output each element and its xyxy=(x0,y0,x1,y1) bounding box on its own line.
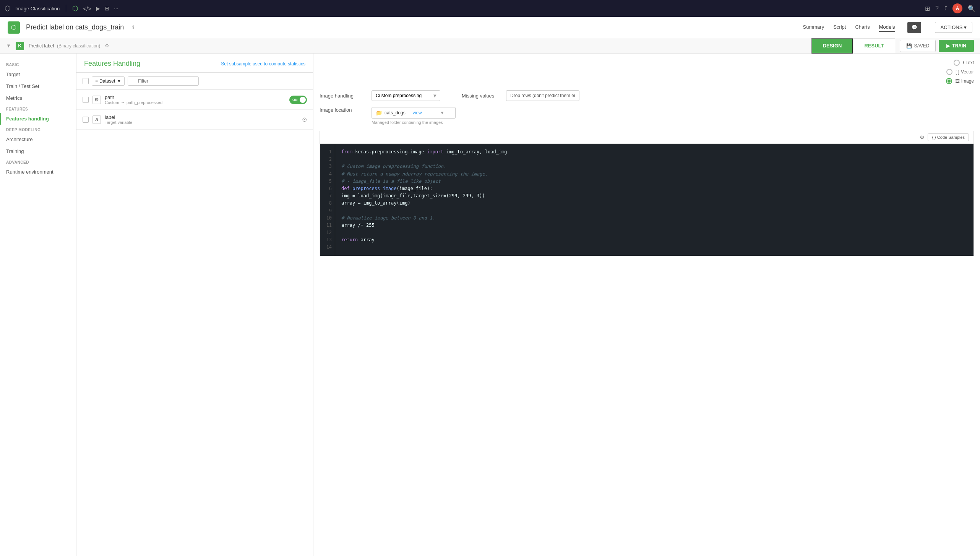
project-bar: ⬡ Predict label on cats_dogs_train ℹ Sum… xyxy=(0,17,980,38)
nav-icon-layout[interactable]: ⊞ xyxy=(105,5,109,11)
path-type-icon: 🖼 xyxy=(92,96,101,104)
ln-7: 7 xyxy=(325,192,332,200)
path-toggle[interactable]: ON xyxy=(289,96,307,104)
path-feature-name: path xyxy=(105,94,162,100)
nav-summary[interactable]: Summary xyxy=(803,23,824,32)
sidebar-item-label: Training xyxy=(6,148,24,154)
code-line-7: img = load_img(image_file,target_size=(2… xyxy=(341,192,967,200)
radio-vector[interactable]: [ ] Vector xyxy=(946,69,974,75)
code-line-6: def preprocess_image(image_file): xyxy=(341,185,967,192)
section-title-features: FEATURES xyxy=(0,104,76,113)
toggle-on-label: ON xyxy=(292,98,298,102)
nav-models[interactable]: Models xyxy=(879,23,895,32)
radio-vector-label: [ ] Vector xyxy=(956,69,974,75)
ln-5: 5 xyxy=(325,178,332,185)
saved-button[interactable]: 💾 SAVED xyxy=(900,40,936,52)
sidebar-section-advanced: ADVANCED Runtime environment xyxy=(0,157,76,178)
image-handling-label: Image handling xyxy=(320,93,365,99)
avatar-icon[interactable]: A xyxy=(952,3,962,13)
ln-3: 3 xyxy=(325,163,332,170)
code-content[interactable]: from keras.preprocessing.image import im… xyxy=(335,144,974,256)
code-line-1: from keras.preprocessing.image import im… xyxy=(341,148,967,156)
features-panel: Features Handling Set subsample used to … xyxy=(76,54,980,556)
top-nav: ⬡ Image Classification ⬡ </> ▶ ⊞ ··· ⊞ ?… xyxy=(0,0,980,17)
code-line-13: return array xyxy=(341,236,967,244)
sidebar-item-features-handling[interactable]: Features handling xyxy=(0,113,76,125)
radio-group: I Text [ ] Vector 🖼 xyxy=(320,60,974,84)
sidebar-item-label: Target xyxy=(6,72,20,77)
folder-icon: 📁 xyxy=(376,110,382,116)
comment-button[interactable]: 💬 xyxy=(907,22,921,33)
ln-9: 9 xyxy=(325,207,332,215)
code-line-12 xyxy=(341,229,967,236)
comment-icon: 💬 xyxy=(911,24,917,30)
sidebar-item-training[interactable]: Training xyxy=(0,145,76,157)
sidebar-item-label: Features handling xyxy=(6,116,49,122)
radio-image-label: 🖼 Image xyxy=(955,78,974,84)
collapse-icon[interactable]: ▼ xyxy=(6,43,11,49)
sidebar-item-label: Runtime environment xyxy=(6,169,54,175)
image-type-icon: 🖼 xyxy=(955,78,960,84)
sidebar-item-metrics[interactable]: Metrics xyxy=(0,92,76,104)
trending-icon[interactable]: ⤴ xyxy=(944,5,947,12)
image-handling-row: Image handling Custom preprocessing Stan… xyxy=(320,90,974,101)
train-button[interactable]: ▶ TRAIN xyxy=(939,40,974,52)
code-samples-button[interactable]: { } Code Samples xyxy=(928,133,969,141)
design-tab[interactable]: DESIGN xyxy=(811,38,853,54)
breadcrumb-gear-icon[interactable]: ⚙ xyxy=(105,43,109,49)
dataset-icon: ≡ xyxy=(95,78,98,84)
filter-input[interactable] xyxy=(128,76,199,86)
dataset-dropdown-arrow: ▼ xyxy=(117,78,121,84)
nav-script[interactable]: Script xyxy=(833,23,846,32)
nav-charts[interactable]: Charts xyxy=(855,23,870,32)
select-all-checkbox[interactable] xyxy=(83,78,89,84)
sidebar-section-basic: BASIC Target Train / Test Set Metrics xyxy=(0,60,76,104)
actions-button[interactable]: ACTIONS ▾ xyxy=(935,22,972,33)
question-icon[interactable]: ? xyxy=(935,5,939,12)
sidebar-item-architecture[interactable]: Architecture xyxy=(0,133,76,145)
nav-icon-play[interactable]: ▶ xyxy=(96,5,100,11)
code-line-5: # - image_file is a file like object xyxy=(341,178,967,185)
folder-name: cats_dogs xyxy=(385,110,406,115)
location-value[interactable]: 📁 cats_dogs – view ▼ xyxy=(372,107,456,119)
feature-row-path: 🖼 path Custom → path_preprocessed ON xyxy=(76,90,313,110)
sidebar-item-train-test[interactable]: Train / Test Set xyxy=(0,80,76,92)
text-type-icon: I xyxy=(963,60,964,65)
subsample-link[interactable]: Set subsample used to compute statistics xyxy=(221,61,305,67)
toggle-knob xyxy=(300,97,306,103)
search-icon[interactable]: 🔍 xyxy=(968,5,975,12)
image-handling-select[interactable]: Custom preprocessing Standard preprocess… xyxy=(372,90,440,101)
radio-image[interactable]: 🖼 Image xyxy=(946,78,974,84)
nav-icon-code[interactable]: </> xyxy=(83,5,91,12)
radio-text-label: I Text xyxy=(963,60,974,65)
sidebar-item-target[interactable]: Target xyxy=(0,68,76,80)
saved-label: SAVED xyxy=(914,43,930,49)
path-checkbox[interactable] xyxy=(83,97,89,103)
nav-icon-more[interactable]: ··· xyxy=(114,5,118,11)
label-checkbox[interactable] xyxy=(83,117,89,123)
location-select-wrapper: 📁 cats_dogs – view ▼ Managed folder cont… xyxy=(372,107,456,125)
result-tab[interactable]: RESULT xyxy=(853,38,895,54)
project-logo: ⬡ xyxy=(8,21,20,34)
sidebar-section-deep-modeling: DEEP MODELING Architecture Training xyxy=(0,125,76,157)
missing-values-label: Missing values xyxy=(462,93,500,99)
ln-13: 13 xyxy=(325,236,332,244)
sidebar-item-label: Metrics xyxy=(6,95,22,101)
project-info-icon[interactable]: ℹ xyxy=(132,24,134,30)
sidebar-section-features: FEATURES Features handling xyxy=(0,104,76,125)
line-numbers: 1 2 3 4 5 6 7 8 9 10 11 12 13 xyxy=(320,144,335,256)
radio-text[interactable]: I Text xyxy=(954,60,974,66)
code-line-11: array /= 255 xyxy=(341,222,967,229)
code-line-10: # Normalize image between 0 and 1. xyxy=(341,215,967,222)
target-icon[interactable]: ⊙ xyxy=(302,116,307,123)
sidebar-item-runtime[interactable]: Runtime environment xyxy=(0,166,76,178)
code-settings-icon[interactable]: ⚙ xyxy=(920,134,925,140)
grid-icon[interactable]: ⊞ xyxy=(925,5,930,12)
label-feature-name: label xyxy=(105,114,132,120)
content-area: Features Handling Set subsample used to … xyxy=(76,54,980,556)
view-link[interactable]: view xyxy=(412,110,422,115)
dataset-dropdown[interactable]: ≡ Dataset ▼ xyxy=(92,76,125,86)
dataset-label: Dataset xyxy=(99,78,115,84)
breadcrumb-actions: DESIGN RESULT 💾 SAVED ▶ TRAIN xyxy=(811,38,974,54)
folder-dash: – xyxy=(408,110,410,115)
